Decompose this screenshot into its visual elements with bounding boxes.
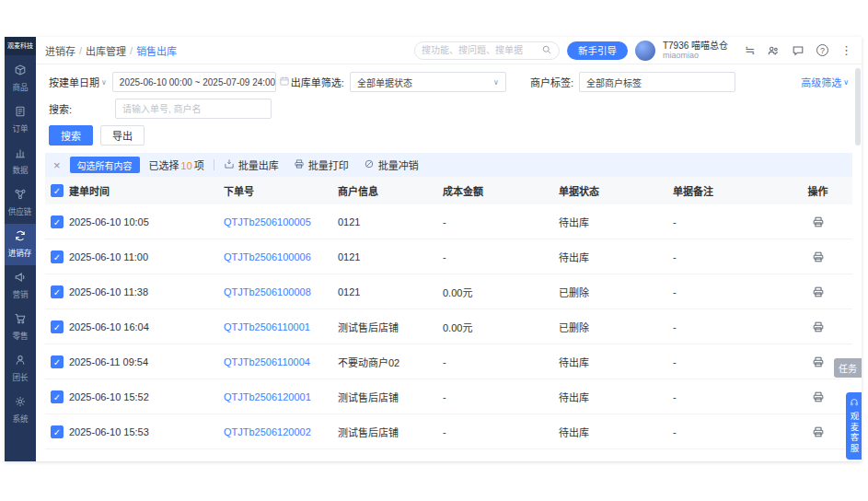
print-icon[interactable] [812,425,825,438]
selected-info: 已选择10项 [149,157,204,172]
order-link[interactable]: QTJTb2506120002 [224,426,311,437]
order-link[interactable]: QTJTb2506110004 [224,356,310,367]
print-icon[interactable] [812,355,825,368]
table-row: ✓ 2025-06-10 10:05 QTJTb2506100005 0121 … [45,204,852,239]
customer-service-tab[interactable]: 观麦客服 [846,392,862,460]
select-all-pages-button[interactable]: 勾选所有内容 [70,157,140,173]
global-search-input[interactable] [422,45,538,55]
sidebar-nav: 商品 订单 数据 供应链 进销存 营销 [5,55,36,431]
print-icon[interactable] [812,320,825,333]
scrollbar[interactable] [855,68,861,146]
cell-time: 2025-06-10 16:04 [69,321,224,332]
sidebar-item-supply-chain[interactable]: 供应链 [5,182,36,224]
table-header: ✓ 建单时间 下单号 商户信息 成本金额 单据状态 单据备注 操作 [45,177,852,204]
merchant-tag-input[interactable] [586,77,728,87]
batch-print-label: 批量打印 [308,157,349,172]
cell-time: 2025-06-11 09:54 [69,356,224,367]
chevron-down-icon: ∨ [843,78,849,87]
avatar[interactable] [635,41,655,61]
cell-merchant: 测试售后店铺 [338,390,443,404]
order-status-select[interactable]: 全部单据状态 ∨ [350,72,506,92]
sidebar-item-marketing[interactable]: 营销 [5,265,36,307]
order-link[interactable]: QTJTb2506120001 [224,391,311,402]
order-icon [14,105,27,120]
close-icon[interactable]: × [53,159,61,171]
marketing-icon [14,271,27,285]
column-header-merchant: 商户信息 [338,183,443,198]
cell-cost: - [443,356,559,367]
sidebar-item-retail[interactable]: 零售 [5,307,36,348]
row-checkbox[interactable]: ✓ [51,425,64,438]
message-icon[interactable] [792,44,804,57]
table-row: ✓ 2025-06-10 11:38 QTJTb2506100008 0121 … [45,274,852,309]
cell-status: 待出库 [559,425,673,439]
sync-icon[interactable]: ≒ [745,44,755,56]
chart-icon [14,146,27,161]
advanced-filter-label: 高级筛选 [801,75,841,89]
batch-writeoff-button[interactable]: 批量冲销 [364,157,419,172]
row-checkbox[interactable]: ✓ [51,355,64,368]
cell-time: 2025-06-10 15:52 [69,391,224,402]
date-type-dropdown[interactable]: 按建单日期 ∨ [49,75,107,89]
sidebar-item-inventory[interactable]: 进销存 [5,224,36,265]
sidebar-item-label: 商品 [12,81,28,92]
cell-time: 2025-06-10 10:05 [69,216,224,227]
search-icon[interactable] [541,44,552,57]
cell-time: 2025-06-10 11:38 [69,286,224,297]
cell-status: 已删除 [559,285,673,299]
breadcrumb-item[interactable]: 进销存 [45,43,75,58]
cell-cost: - [443,251,559,262]
sidebar-item-goods[interactable]: 商品 [5,58,36,99]
order-link[interactable]: QTJTb2506110001 [224,321,310,332]
sidebar-item-system[interactable]: 系统 [5,390,36,431]
cell-remark: - [673,321,783,332]
advanced-filter-link[interactable]: 高级筛选 ∨ [801,75,849,89]
sidebar-item-orders[interactable]: 订单 [5,99,36,141]
row-checkbox[interactable]: ✓ [51,390,64,403]
contacts-icon[interactable] [767,44,780,57]
row-checkbox[interactable]: ✓ [51,250,64,263]
topbar-icons: ≒ ? ⋮ [745,44,852,57]
more-icon[interactable]: ⋮ [840,44,852,56]
cell-cost: - [443,216,559,227]
print-icon[interactable] [812,390,825,403]
row-checkbox[interactable]: ✓ [51,285,64,298]
print-icon[interactable] [812,250,825,263]
main-area: 进销存 / 出库管理 / 销售出库 新手引导 T7936 喵喵总仓 miaomi… [36,37,862,461]
order-link[interactable]: QTJTb2506100008 [224,286,311,297]
task-tab[interactable]: 任务 [834,358,862,378]
column-header-order-no: 下单号 [224,183,338,198]
breadcrumb-item[interactable]: 出库管理 [86,43,126,58]
sidebar-item-leader[interactable]: 团长 [5,348,36,390]
cell-merchant: 0121 [338,216,443,227]
date-type-label: 按建单日期 [49,75,99,89]
cell-status: 待出库 [559,390,673,404]
print-icon[interactable] [812,285,825,298]
batch-outbound-button[interactable]: 批量出库 [224,157,279,172]
filter-actions: 搜索 导出 [49,125,849,146]
help-icon[interactable]: ? [816,44,828,56]
select-all-checkbox[interactable]: ✓ [51,184,64,197]
order-link[interactable]: QTJTb2506100006 [224,251,311,262]
export-button[interactable]: 导出 [100,125,145,146]
print-icon[interactable] [812,216,825,228]
selected-count: 10 [179,160,194,171]
row-checkbox[interactable]: ✓ [51,216,64,228]
selected-prefix: 已选择 [149,160,179,171]
breadcrumb-separator: / [79,45,82,56]
sidebar-item-data[interactable]: 数据 [5,141,36,182]
order-link[interactable]: QTJTb2506100005 [224,216,311,227]
beginner-guide-button[interactable]: 新手引导 [567,41,628,60]
sidebar: 观麦科技 商品 订单 数据 供应链 进销存 [5,37,36,461]
batch-print-button[interactable]: 批量打印 [294,157,349,172]
keyword-search-input[interactable] [122,104,264,114]
search-button[interactable]: 搜索 [49,125,93,146]
user-info[interactable]: T7936 喵喵总仓 miaomiao [663,41,728,61]
date-range-picker[interactable]: 2025-06-10 00:00 ~ 2025-07-09 24:00 [112,72,276,92]
brand-logo: 观麦科技 [5,37,36,55]
filter-row-2: 搜索: [49,99,849,119]
print-icon [294,158,305,171]
sidebar-item-label: 营销 [12,288,28,299]
breadcrumb-current: 销售出库 [136,43,177,58]
row-checkbox[interactable]: ✓ [51,320,64,333]
